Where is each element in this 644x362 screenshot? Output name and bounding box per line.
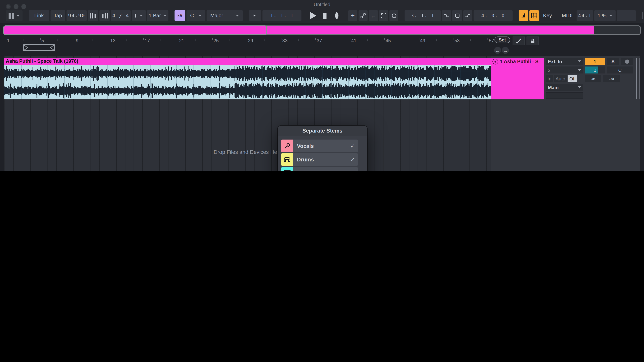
input-channel-menu[interactable]: 2 (546, 66, 583, 73)
speaker-icon (281, 167, 293, 171)
monitor-options: InAutoOff (546, 75, 577, 82)
draw-automation-icon[interactable] (512, 37, 525, 45)
stem-option-drums[interactable]: Drums✓ (281, 153, 358, 166)
options-menu-button[interactable] (6, 10, 23, 21)
accidental-toggle[interactable]: ♭# (174, 10, 185, 21)
scale-name-menu[interactable]: Major (207, 10, 243, 21)
metronome-button[interactable] (132, 10, 146, 21)
volume-meter-right[interactable]: -∞ (603, 75, 620, 82)
prev-marker-icon[interactable]: ← (494, 47, 501, 54)
bar-number: 29 (248, 38, 253, 43)
midi-map-button[interactable]: MIDI (559, 10, 575, 21)
pan-center-button[interactable]: C (607, 66, 633, 73)
stem-row-body: Bass✓ (293, 167, 358, 171)
bar-tick (350, 38, 350, 40)
volume-meter-left[interactable]: -∞ (585, 75, 601, 82)
quantize-menu[interactable]: 1 Bar (147, 10, 168, 21)
arm-record-button[interactable] (621, 58, 633, 65)
clip-waveform[interactable] (4, 65, 491, 99)
record-button[interactable] (332, 10, 342, 21)
sample-rate-field[interactable]: 44.1 (577, 10, 593, 21)
output-menu[interactable]: Main (546, 84, 583, 91)
bar-number: 37 (317, 38, 322, 43)
monitor-auto-button[interactable]: Auto (554, 75, 567, 82)
bar-minor-tick (58, 39, 58, 40)
loop-region-icon[interactable] (452, 10, 462, 21)
track-scrollbar[interactable] (636, 58, 640, 99)
cpu-meter-icon (642, 12, 644, 19)
draw-mode-icon[interactable] (519, 10, 528, 21)
tempo-field[interactable]: 94.90 (66, 10, 87, 21)
play-button[interactable] (308, 10, 318, 21)
nudge-up-icon[interactable] (100, 10, 110, 21)
bar-number: 21 (179, 38, 184, 43)
bar-minor-tick (402, 39, 402, 40)
bar-tick (6, 38, 6, 40)
automation-mode-icon[interactable] (359, 10, 368, 21)
bar-tick (384, 38, 385, 40)
loop-length-field[interactable]: 4. 0. 0 (474, 10, 512, 21)
capture-region-icon[interactable] (379, 10, 388, 21)
input-type-menu[interactable]: Ext. In (546, 58, 583, 65)
separate-stems-dialog: Separate Stems Vocals✓Drums✓Bass✓Others✓… (278, 126, 367, 171)
fold-track-icon[interactable] (492, 59, 498, 64)
stop-button[interactable] (320, 10, 330, 21)
punch-in-icon[interactable] (442, 10, 451, 21)
clip-title-bar[interactable]: Asha Puthli - Space Talk (1976) (4, 58, 491, 65)
overview-viewport[interactable] (3, 25, 267, 35)
bar-minor-tick (333, 39, 333, 40)
bar-tick (40, 38, 40, 40)
monitor-off-button[interactable]: Off (568, 75, 577, 82)
track-delay-field[interactable] (546, 92, 583, 99)
checkmark-icon: ✓ (350, 157, 355, 163)
stem-label: Drums (297, 157, 314, 163)
set-locator-button[interactable]: Set (494, 37, 510, 43)
lock-envelopes-icon[interactable] (526, 37, 539, 45)
add-locator-icon[interactable]: + (348, 10, 358, 21)
loop-brace[interactable] (23, 44, 56, 51)
bar-minor-tick (161, 39, 161, 40)
time-signature-field[interactable]: 4 / 4 (111, 10, 131, 21)
nudge-down-icon[interactable] (88, 10, 98, 21)
microphone-icon (281, 140, 293, 152)
bar-number: 13 (110, 38, 116, 43)
track-activator[interactable]: 1 (585, 58, 605, 65)
bar-number: 17 (144, 38, 150, 43)
bar-tick (109, 38, 109, 40)
bar-tick (488, 38, 488, 40)
loop-toggle-icon[interactable] (389, 10, 398, 21)
pan-dial[interactable]: 0 (585, 66, 605, 73)
link-button[interactable]: Link (29, 10, 49, 21)
stem-option-bass[interactable]: Bass✓ (281, 167, 358, 171)
tap-tempo-button[interactable]: Tap (50, 10, 65, 21)
monitor-in-button[interactable]: In (546, 75, 553, 82)
bar-tick (419, 38, 419, 40)
cpu-load-menu[interactable]: 1 % (594, 10, 616, 21)
bar-minor-tick (298, 39, 299, 40)
punch-out-icon[interactable] (463, 10, 472, 21)
scale-root-menu[interactable]: C (186, 10, 205, 21)
solo-button[interactable]: S (607, 58, 619, 65)
beat-time-ruler[interactable]: 159131721252933374145495357 (4, 37, 491, 46)
checkmark-icon: ✓ (350, 143, 355, 149)
back-to-arrangement-icon[interactable]: ← (369, 10, 378, 21)
stem-option-vocals[interactable]: Vocals✓ (281, 140, 358, 152)
drop-files-hint: Drop Files and Devices Here (214, 149, 282, 155)
bar-minor-tick (23, 39, 23, 40)
bar-number: 25 (214, 38, 219, 43)
bar-number: 49 (420, 38, 425, 43)
loop-start-field[interactable]: 3. 1. 1 (404, 10, 441, 21)
bar-tick (178, 38, 178, 40)
key-map-button[interactable]: Key (540, 10, 555, 21)
next-marker-icon[interactable]: → (502, 47, 509, 54)
computer-midi-keyboard-icon[interactable] (530, 10, 539, 21)
arrangement-position-field[interactable]: 1. 1. 1 (262, 10, 302, 21)
stem-label: Vocals (297, 143, 314, 149)
track-header[interactable]: 1 Asha Puthli - S (491, 58, 544, 99)
drum-icon (281, 153, 293, 166)
audio-clip[interactable]: Asha Puthli - Space Talk (1976) (4, 58, 491, 99)
stem-list: Vocals✓Drums✓Bass✓Others✓ (281, 140, 358, 171)
follow-icon[interactable] (249, 10, 261, 21)
arrangement-overview[interactable] (3, 25, 641, 35)
track-name[interactable]: 1 Asha Puthli - S (500, 59, 538, 64)
